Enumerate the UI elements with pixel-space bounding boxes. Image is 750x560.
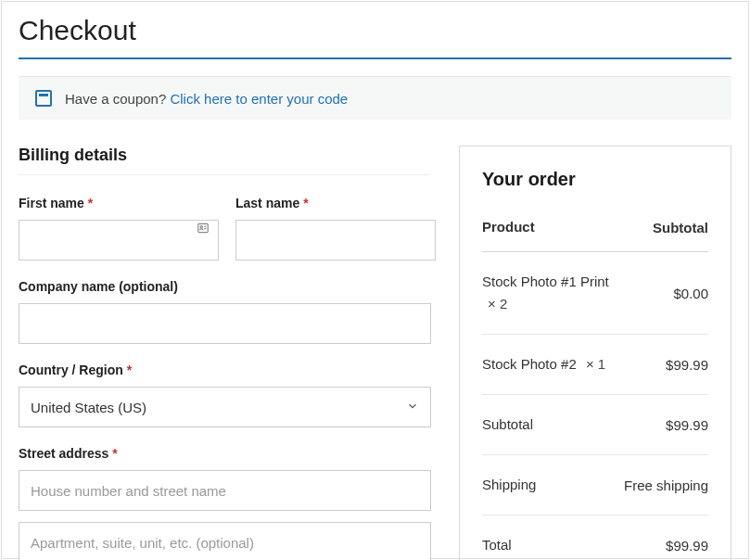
required-mark: * (303, 196, 308, 210)
order-item-price: $99.99 (666, 357, 708, 373)
last-name-field: Last name * (235, 196, 436, 261)
order-item-name: Stock Photo #2 (482, 356, 577, 372)
coupon-prompt: Have a coupon? (65, 91, 166, 107)
order-shipping-label: Shipping (482, 474, 536, 496)
billing-heading: Billing details (19, 146, 431, 175)
order-item-qty: × 1 (580, 356, 605, 372)
coupon-link[interactable]: Click here to enter your code (170, 91, 348, 107)
company-label: Company name (optional) (19, 279, 431, 294)
billing-section: Billing details First name * Last name * (19, 146, 431, 560)
order-subtotal-label: Subtotal (482, 414, 533, 436)
order-total-label: Total (482, 534, 512, 556)
last-name-label: Last name * (235, 196, 436, 210)
svg-rect-0 (198, 223, 209, 232)
order-item-row: Stock Photo #2 × 1 $99.99 (482, 335, 708, 395)
street-line2-input[interactable] (19, 522, 431, 560)
order-item-name: Stock Photo #1 Print (482, 274, 609, 289)
street-line2-field (19, 522, 431, 560)
first-name-label: First name * (19, 196, 219, 210)
last-name-input[interactable] (235, 220, 436, 261)
order-shipping-value: Free shipping (624, 477, 708, 493)
order-head-subtotal: Subtotal (653, 220, 708, 235)
order-heading: Your order (482, 169, 708, 190)
street-line1-input[interactable] (19, 470, 431, 511)
page-title: Checkout (19, 2, 731, 59)
order-subtotal-value: $99.99 (666, 417, 708, 433)
street-field: Street address * (19, 446, 431, 511)
order-total-row: Total $99.99 (482, 515, 708, 560)
order-summary: Your order Product Subtotal Stock Photo … (459, 146, 731, 560)
first-name-input[interactable] (19, 220, 219, 261)
contact-card-icon (197, 222, 210, 235)
order-shipping-row: Shipping Free shipping (482, 455, 708, 515)
order-item-row: Stock Photo #1 Print × 2 $0.00 (482, 252, 708, 335)
chevron-down-icon (406, 400, 419, 415)
order-item-price: $0.00 (673, 286, 708, 301)
required-mark: * (88, 196, 93, 210)
order-item-qty: × 2 (482, 296, 507, 312)
svg-point-1 (200, 226, 202, 228)
coupon-banner: Have a coupon? Click here to enter your … (19, 76, 731, 120)
first-name-field: First name * (19, 196, 219, 261)
order-total-value: $99.99 (666, 538, 708, 554)
country-selected-value: United States (US) (31, 400, 146, 415)
country-label: Country / Region * (19, 363, 431, 377)
order-subtotal-row: Subtotal $99.99 (482, 395, 708, 455)
country-select[interactable]: United States (US) (19, 387, 431, 427)
required-mark: * (127, 363, 132, 377)
required-mark: * (112, 446, 117, 461)
company-field: Company name (optional) (19, 279, 431, 344)
street-label: Street address * (19, 446, 431, 461)
coupon-icon (35, 90, 52, 107)
order-head-product: Product (482, 216, 535, 238)
country-field: Country / Region * United States (US) (19, 363, 431, 427)
company-input[interactable] (19, 303, 431, 344)
